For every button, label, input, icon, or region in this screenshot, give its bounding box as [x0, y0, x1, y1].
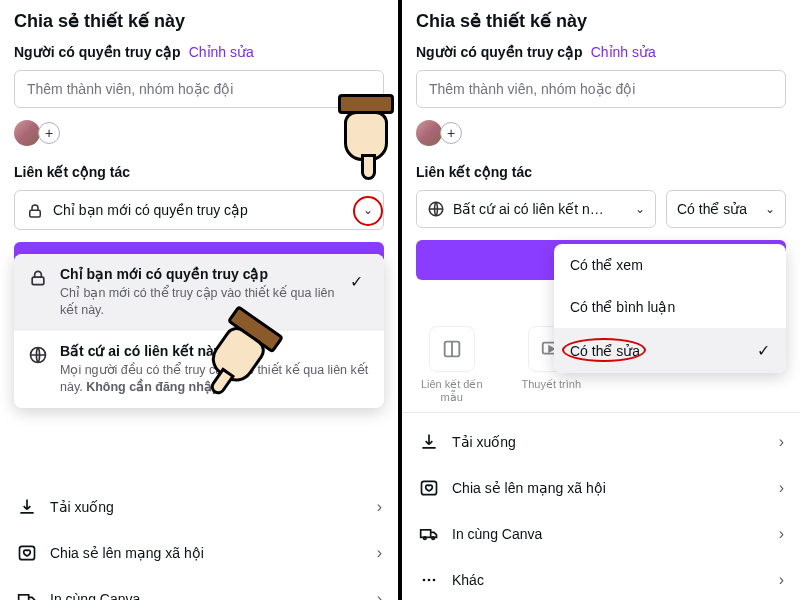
- layout-icon: [429, 326, 475, 372]
- permission-dropdown: Có thể xem Có thể bình luận Có thể sửa ✓: [554, 244, 786, 373]
- permission-select[interactable]: Có thể sửa ⌄: [666, 190, 786, 228]
- heart-icon: [418, 478, 440, 498]
- perm-option-comment[interactable]: Có thể bình luận: [554, 286, 786, 328]
- chevron-right-icon: ›: [779, 479, 784, 497]
- avatar[interactable]: [416, 120, 442, 146]
- svg-rect-4: [19, 595, 29, 600]
- link-scope-select[interactable]: Bất cứ ai có liên kết n… ⌄: [416, 190, 656, 228]
- option-desc: Mọi người đều có thể truy cập vào thiết …: [60, 362, 370, 396]
- chevron-right-icon: ›: [377, 498, 382, 516]
- item-label: In cùng Canva: [452, 526, 542, 542]
- scope-option-only-you[interactable]: Chỉ bạn mới có quyền truy cập Chỉ bạn mớ…: [14, 254, 384, 331]
- svg-rect-1: [32, 277, 44, 285]
- option-title: Bất cứ ai có liên kết này: [60, 343, 370, 359]
- svg-rect-14: [421, 530, 431, 538]
- chevron-right-icon: ›: [779, 571, 784, 589]
- chevron-right-icon: ›: [377, 590, 382, 600]
- svg-rect-3: [20, 546, 35, 559]
- perm-option-edit[interactable]: Có thể sửa ✓: [554, 328, 786, 373]
- panel-title: Chia sẻ thiết kế này: [416, 10, 786, 32]
- globe-icon: [427, 200, 445, 218]
- item-label: In cùng Canva: [50, 591, 140, 600]
- download-icon: [418, 432, 440, 452]
- avatar[interactable]: [14, 120, 40, 146]
- tool-label: Liên kết đến mẫu: [415, 378, 489, 404]
- globe-icon: [28, 345, 48, 365]
- item-label: Tải xuống: [50, 499, 114, 515]
- perm-selected-text: Có thể sửa: [677, 201, 747, 217]
- print-canva-item[interactable]: In cùng Canva ›: [416, 511, 786, 557]
- share-panel-right: Chia sẻ thiết kế này Người có quyền truy…: [402, 0, 800, 600]
- add-member-button[interactable]: +: [38, 122, 60, 144]
- highlight-circle: [562, 338, 646, 362]
- member-avatars: +: [416, 120, 786, 146]
- item-label: Tải xuống: [452, 434, 516, 450]
- member-avatars: +: [14, 120, 384, 146]
- download-item[interactable]: Tải xuống ›: [416, 419, 786, 465]
- access-row: Người có quyền truy cập Chỉnh sửa: [14, 44, 384, 60]
- item-label: Chia sẻ lên mạng xã hội: [452, 480, 606, 496]
- share-social-item[interactable]: Chia sẻ lên mạng xã hội ›: [14, 530, 384, 576]
- highlight-circle: [353, 196, 383, 226]
- access-label: Người có quyền truy cập: [416, 44, 583, 60]
- download-item[interactable]: Tải xuống ›: [14, 484, 384, 530]
- chevron-right-icon: ›: [377, 544, 382, 562]
- add-member-button[interactable]: +: [440, 122, 462, 144]
- svg-point-17: [423, 579, 426, 582]
- truck-icon: [418, 524, 440, 544]
- option-label: Có thể xem: [570, 257, 643, 273]
- lock-icon: [25, 202, 45, 220]
- truck-icon: [16, 589, 38, 600]
- svg-point-19: [433, 579, 436, 582]
- svg-point-18: [428, 579, 431, 582]
- heart-icon: [16, 543, 38, 563]
- svg-rect-0: [30, 210, 41, 217]
- collab-link-label: Liên kết cộng tác: [416, 164, 786, 180]
- more-item[interactable]: Khác ›: [416, 557, 786, 600]
- edit-access-link[interactable]: Chỉnh sửa: [591, 44, 656, 60]
- chevron-down-icon: ⌄: [635, 202, 645, 216]
- svg-rect-13: [422, 481, 437, 494]
- access-row: Người có quyền truy cập Chỉnh sửa: [416, 44, 786, 60]
- option-label: Có thể bình luận: [570, 299, 675, 315]
- access-label: Người có quyền truy cập: [14, 44, 181, 60]
- chevron-down-icon: ⌄: [765, 202, 775, 216]
- scope-dropdown: Chỉ bạn mới có quyền truy cập Chỉ bạn mớ…: [14, 254, 384, 408]
- option-desc: Chỉ bạn mới có thể truy cập vào thiết kế…: [60, 285, 338, 319]
- add-member-input[interactable]: Thêm thành viên, nhóm hoặc đội: [416, 70, 786, 108]
- tool-template-link[interactable]: Liên kết đến mẫu: [415, 326, 489, 404]
- share-panel-left: Chia sẻ thiết kế này Người có quyền truy…: [0, 0, 398, 600]
- collab-link-label: Liên kết cộng tác: [14, 164, 384, 180]
- panel-title: Chia sẻ thiết kế này: [14, 10, 384, 32]
- lock-icon: [28, 268, 48, 288]
- svg-point-15: [424, 537, 427, 540]
- svg-point-16: [432, 537, 435, 540]
- tool-label: Thuyết trình: [521, 378, 581, 391]
- item-label: Chia sẻ lên mạng xã hội: [50, 545, 204, 561]
- dots-icon: [418, 570, 440, 590]
- print-canva-item[interactable]: In cùng Canva ›: [14, 576, 384, 600]
- item-label: Khác: [452, 572, 484, 588]
- download-icon: [16, 497, 38, 517]
- scope-selected-text: Chỉ bạn mới có quyền truy cập: [53, 202, 248, 218]
- option-title: Chỉ bạn mới có quyền truy cập: [60, 266, 338, 282]
- share-social-item[interactable]: Chia sẻ lên mạng xã hội ›: [416, 465, 786, 511]
- chevron-right-icon: ›: [779, 433, 784, 451]
- link-scope-select[interactable]: Chỉ bạn mới có quyền truy cập ⌄: [14, 190, 384, 230]
- scope-option-anyone[interactable]: Bất cứ ai có liên kết này Mọi người đều …: [14, 331, 384, 408]
- edit-access-link[interactable]: Chỉnh sửa: [189, 44, 254, 60]
- check-icon: ✓: [757, 341, 770, 360]
- scope-selected-text: Bất cứ ai có liên kết n…: [453, 201, 604, 217]
- check-icon: ✓: [350, 272, 370, 291]
- chevron-right-icon: ›: [779, 525, 784, 543]
- perm-option-view[interactable]: Có thể xem: [554, 244, 786, 286]
- add-member-input[interactable]: Thêm thành viên, nhóm hoặc đội: [14, 70, 384, 108]
